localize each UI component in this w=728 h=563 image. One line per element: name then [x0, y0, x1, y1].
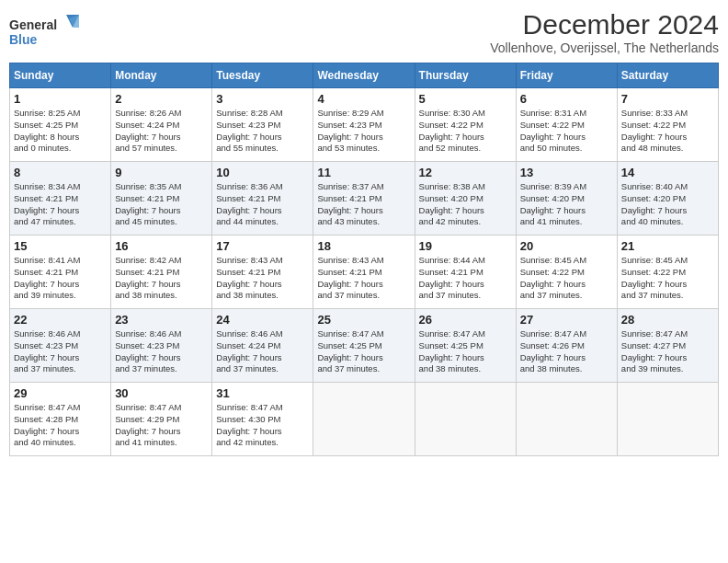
- day-cell: 8Sunrise: 8:34 AMSunset: 4:21 PMDaylight…: [10, 162, 111, 236]
- logo: General Blue: [9, 13, 83, 53]
- day-cell: 18Sunrise: 8:43 AMSunset: 4:21 PMDayligh…: [313, 236, 415, 309]
- day-cell: 28Sunrise: 8:47 AMSunset: 4:27 PMDayligh…: [617, 309, 718, 383]
- svg-text:General: General: [9, 17, 57, 32]
- day-info: Sunrise: 8:29 AMSunset: 4:23 PMDaylight:…: [317, 108, 410, 155]
- day-info: Sunrise: 8:47 AMSunset: 4:26 PMDaylight:…: [520, 328, 613, 375]
- day-cell: [415, 383, 516, 456]
- week-row-2: 8Sunrise: 8:34 AMSunset: 4:21 PMDaylight…: [10, 162, 719, 236]
- day-info: Sunrise: 8:26 AMSunset: 4:24 PMDaylight:…: [115, 108, 208, 155]
- svg-text:Blue: Blue: [9, 32, 38, 47]
- logo-svg: General Blue: [9, 13, 83, 53]
- day-number: 3: [216, 92, 309, 106]
- day-number: 6: [520, 92, 613, 106]
- day-number: 10: [216, 166, 309, 179]
- day-info: Sunrise: 8:44 AMSunset: 4:21 PMDaylight:…: [419, 255, 512, 302]
- day-cell: 23Sunrise: 8:46 AMSunset: 4:23 PMDayligh…: [111, 309, 212, 383]
- day-cell: 11Sunrise: 8:37 AMSunset: 4:21 PMDayligh…: [313, 162, 415, 236]
- day-cell: 10Sunrise: 8:36 AMSunset: 4:21 PMDayligh…: [212, 162, 313, 236]
- main-title: December 2024: [490, 9, 719, 40]
- day-cell: 3Sunrise: 8:28 AMSunset: 4:23 PMDaylight…: [212, 88, 313, 162]
- day-cell: 4Sunrise: 8:29 AMSunset: 4:23 PMDaylight…: [313, 88, 415, 162]
- day-info: Sunrise: 8:46 AMSunset: 4:23 PMDaylight:…: [115, 328, 208, 375]
- day-number: 30: [115, 386, 208, 400]
- day-number: 24: [216, 313, 309, 327]
- day-cell: [516, 383, 617, 456]
- day-number: 26: [419, 313, 512, 327]
- day-cell: 21Sunrise: 8:45 AMSunset: 4:22 PMDayligh…: [617, 236, 718, 309]
- day-cell: 7Sunrise: 8:33 AMSunset: 4:22 PMDaylight…: [617, 88, 718, 162]
- day-number: 21: [621, 239, 714, 253]
- day-cell: 12Sunrise: 8:38 AMSunset: 4:20 PMDayligh…: [415, 162, 516, 236]
- calendar-table: SundayMondayTuesdayWednesdayThursdayFrid…: [9, 63, 719, 456]
- day-number: 27: [520, 313, 613, 327]
- day-info: Sunrise: 8:47 AMSunset: 4:28 PMDaylight:…: [14, 402, 107, 449]
- day-cell: 17Sunrise: 8:43 AMSunset: 4:21 PMDayligh…: [212, 236, 313, 309]
- day-number: 19: [419, 239, 512, 253]
- title-area: December 2024 Vollenhove, Overijssel, Th…: [490, 9, 719, 55]
- day-cell: 1Sunrise: 8:25 AMSunset: 4:25 PMDaylight…: [10, 88, 111, 162]
- day-info: Sunrise: 8:36 AMSunset: 4:21 PMDaylight:…: [216, 181, 309, 228]
- day-cell: 27Sunrise: 8:47 AMSunset: 4:26 PMDayligh…: [516, 309, 617, 383]
- header-cell-friday: Friday: [516, 63, 617, 88]
- day-number: 8: [14, 166, 107, 179]
- day-info: Sunrise: 8:46 AMSunset: 4:24 PMDaylight:…: [216, 328, 309, 375]
- day-info: Sunrise: 8:47 AMSunset: 4:25 PMDaylight:…: [419, 328, 512, 375]
- day-number: 4: [317, 92, 410, 106]
- day-info: Sunrise: 8:47 AMSunset: 4:27 PMDaylight:…: [621, 328, 714, 375]
- day-cell: 29Sunrise: 8:47 AMSunset: 4:28 PMDayligh…: [10, 383, 111, 456]
- day-cell: 30Sunrise: 8:47 AMSunset: 4:29 PMDayligh…: [111, 383, 212, 456]
- day-info: Sunrise: 8:33 AMSunset: 4:22 PMDaylight:…: [621, 108, 714, 155]
- day-info: Sunrise: 8:39 AMSunset: 4:20 PMDaylight:…: [520, 181, 613, 228]
- day-info: Sunrise: 8:47 AMSunset: 4:25 PMDaylight:…: [317, 328, 410, 375]
- day-info: Sunrise: 8:43 AMSunset: 4:21 PMDaylight:…: [216, 255, 309, 302]
- day-number: 20: [520, 239, 613, 253]
- day-number: 7: [621, 92, 714, 106]
- calendar-header-row: SundayMondayTuesdayWednesdayThursdayFrid…: [10, 63, 719, 88]
- day-number: 23: [115, 313, 208, 327]
- day-info: Sunrise: 8:43 AMSunset: 4:21 PMDaylight:…: [317, 255, 410, 302]
- day-cell: 13Sunrise: 8:39 AMSunset: 4:20 PMDayligh…: [516, 162, 617, 236]
- header: General Blue December 2024 Vollenhove, O…: [9, 9, 719, 55]
- week-row-1: 1Sunrise: 8:25 AMSunset: 4:25 PMDaylight…: [10, 88, 719, 162]
- day-number: 29: [14, 386, 107, 400]
- day-info: Sunrise: 8:46 AMSunset: 4:23 PMDaylight:…: [14, 328, 107, 375]
- day-info: Sunrise: 8:47 AMSunset: 4:29 PMDaylight:…: [115, 402, 208, 449]
- day-number: 12: [419, 166, 512, 179]
- header-cell-monday: Monday: [111, 63, 212, 88]
- day-number: 15: [14, 239, 107, 253]
- day-info: Sunrise: 8:45 AMSunset: 4:22 PMDaylight:…: [520, 255, 613, 302]
- day-info: Sunrise: 8:34 AMSunset: 4:21 PMDaylight:…: [14, 181, 107, 228]
- day-info: Sunrise: 8:42 AMSunset: 4:21 PMDaylight:…: [115, 255, 208, 302]
- header-cell-thursday: Thursday: [415, 63, 516, 88]
- day-info: Sunrise: 8:25 AMSunset: 4:25 PMDaylight:…: [14, 108, 107, 155]
- day-info: Sunrise: 8:45 AMSunset: 4:22 PMDaylight:…: [621, 255, 714, 302]
- day-cell: 19Sunrise: 8:44 AMSunset: 4:21 PMDayligh…: [415, 236, 516, 309]
- day-cell: 14Sunrise: 8:40 AMSunset: 4:20 PMDayligh…: [617, 162, 718, 236]
- day-info: Sunrise: 8:30 AMSunset: 4:22 PMDaylight:…: [419, 108, 512, 155]
- day-number: 14: [621, 166, 714, 179]
- header-cell-sunday: Sunday: [10, 63, 111, 88]
- day-info: Sunrise: 8:47 AMSunset: 4:30 PMDaylight:…: [216, 402, 309, 449]
- day-number: 31: [216, 386, 309, 400]
- week-row-4: 22Sunrise: 8:46 AMSunset: 4:23 PMDayligh…: [10, 309, 719, 383]
- day-cell: 22Sunrise: 8:46 AMSunset: 4:23 PMDayligh…: [10, 309, 111, 383]
- week-row-3: 15Sunrise: 8:41 AMSunset: 4:21 PMDayligh…: [10, 236, 719, 309]
- header-cell-wednesday: Wednesday: [313, 63, 415, 88]
- day-cell: 5Sunrise: 8:30 AMSunset: 4:22 PMDaylight…: [415, 88, 516, 162]
- day-number: 28: [621, 313, 714, 327]
- day-number: 1: [14, 92, 107, 106]
- day-number: 5: [419, 92, 512, 106]
- day-number: 17: [216, 239, 309, 253]
- day-info: Sunrise: 8:35 AMSunset: 4:21 PMDaylight:…: [115, 181, 208, 228]
- day-number: 25: [317, 313, 410, 327]
- day-info: Sunrise: 8:40 AMSunset: 4:20 PMDaylight:…: [621, 181, 714, 228]
- day-info: Sunrise: 8:41 AMSunset: 4:21 PMDaylight:…: [14, 255, 107, 302]
- day-number: 18: [317, 239, 410, 253]
- day-info: Sunrise: 8:37 AMSunset: 4:21 PMDaylight:…: [317, 181, 410, 228]
- subtitle: Vollenhove, Overijssel, The Netherlands: [490, 40, 719, 55]
- day-cell: 20Sunrise: 8:45 AMSunset: 4:22 PMDayligh…: [516, 236, 617, 309]
- day-cell: [617, 383, 718, 456]
- day-cell: 15Sunrise: 8:41 AMSunset: 4:21 PMDayligh…: [10, 236, 111, 309]
- day-cell: 2Sunrise: 8:26 AMSunset: 4:24 PMDaylight…: [111, 88, 212, 162]
- day-cell: [313, 383, 415, 456]
